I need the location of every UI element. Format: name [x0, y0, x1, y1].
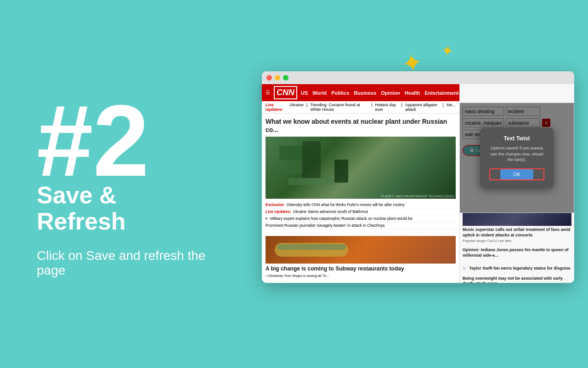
subway-image: [266, 236, 456, 264]
music-sub: Popular singer CoCo Lee dies: [463, 239, 571, 243]
step-number: #2: [37, 90, 230, 191]
cnn-main: ☰ CNN US World Politics Business Opinion…: [262, 84, 459, 283]
cnn-main-headline[interactable]: What we know about events at nuclear pla…: [266, 117, 456, 134]
modal-body: Options saved! If you wanna see the chan…: [489, 145, 544, 163]
modal-ok-button[interactable]: OK: [500, 169, 533, 179]
browser-dot-green[interactable]: [283, 75, 288, 80]
cnn-second-story: A big change is coming to Subway restaur…: [262, 233, 459, 281]
star-small-icon: ✦: [440, 43, 455, 59]
cnn-content: ☰ CNN US World Politics Business Opinion…: [262, 84, 574, 283]
indiana-text[interactable]: Opinion: Indiana Jones passes his mantle…: [463, 247, 571, 258]
cnn-nav: US World Politics Business Opinion Healt…: [301, 90, 459, 96]
live-updates-label: Live Updates:: [266, 103, 287, 112]
nav-us[interactable]: US: [301, 90, 308, 96]
overweight-text[interactable]: Being overweight may not be associated w…: [463, 276, 571, 283]
alligator-text: Apparent alligator attack: [405, 103, 440, 112]
sidebar-news-item-overweight: Being overweight may not be associated w…: [463, 276, 571, 283]
sub-headline-4-text[interactable]: Prominent Russian journalist 'savagely b…: [266, 223, 384, 228]
sub-headline-1: Exclusive: Zelensky tells CNN what he th…: [266, 201, 456, 208]
taylor-text[interactable]: Taylor Swift fan earns legendary status …: [469, 266, 570, 270]
separator: |: [306, 103, 307, 112]
ok-btn-wrapper: OK: [489, 168, 544, 180]
browser-dot-yellow[interactable]: [275, 75, 280, 80]
ukraine-text: Ukraine: [289, 103, 304, 112]
cnn-sub-headlines: Exclusive: Zelensky tells CNN what he th…: [266, 201, 456, 229]
step-title: Save & Refresh: [37, 182, 230, 235]
separator3: |: [401, 103, 402, 112]
sidebar-news-item-taylor: ⊙ Taylor Swift fan earns legendary statu…: [463, 263, 571, 271]
browser-window: ☰ CNN US World Politics Business Opinion…: [262, 71, 574, 283]
modal-overlay: Text Twist Options saved! If you wanna s…: [460, 103, 574, 213]
music-headline[interactable]: Music superstar calls out unfair treatme…: [463, 227, 571, 238]
cnn-breaking-bar: Live Updates: Ukraine | Trending: Cocain…: [262, 101, 459, 114]
trending-text: Trending: Cocaine found at White House: [310, 103, 368, 112]
second-story-headline[interactable]: A big change is coming to Subway restaur…: [266, 265, 456, 272]
browser-titlebar: [262, 71, 574, 84]
nav-politics[interactable]: Politics: [331, 90, 349, 96]
modal-title: Text Twist: [489, 135, 544, 142]
cnn-sidebar: × ×: [459, 84, 574, 283]
second-story-sub-text: Christmas Tree Shops is closing all 70..…: [268, 274, 329, 278]
instruction-text: Click on Save and refresh the page: [37, 248, 230, 278]
play-icon: ▶: [266, 216, 268, 220]
text-twist-panel: × ×: [459, 103, 574, 213]
modal-box: Text Twist Options saved! If you wanna s…: [480, 128, 554, 188]
left-panel: #2 Save & Refresh Click on Save and refr…: [37, 0, 230, 368]
hamburger-icon[interactable]: ☰: [266, 90, 270, 96]
sidebar-news-item-indiana: Opinion: Indiana Jones passes his mantle…: [463, 247, 571, 258]
nav-entertainment[interactable]: Entertainment: [424, 90, 458, 96]
circle-icon: ⊙: [463, 266, 466, 270]
browser-dot-red[interactable]: [266, 75, 272, 80]
sub-headline-1-text[interactable]: Zelensky tells CNN what he thinks Putin'…: [287, 202, 405, 207]
live-label-2: Live Updates:: [266, 209, 291, 214]
sub-headline-2: Live Updates: Ukraine claims advances so…: [266, 208, 456, 215]
second-story-sub: • Christmas Tree Shops is closing all 70…: [266, 274, 456, 278]
cnn-article-area: What we know about events at nuclear pla…: [262, 114, 459, 233]
more-text: Me...: [447, 103, 456, 112]
separator4: |: [443, 103, 444, 112]
cnn-aerial-image: PLANET LABS PBC/AP/MAXAR TECHNOLOGIES: [266, 137, 456, 199]
cnn-logo: CNN: [274, 86, 297, 99]
sub-headline-2-text[interactable]: Ukraine claims advances south of Bakhmut: [293, 209, 368, 214]
nav-world[interactable]: World: [312, 90, 327, 96]
sub-headline-3-text[interactable]: Military expert explains how catastrophi…: [270, 216, 413, 221]
hottest-text: Hottest day ever: [375, 103, 398, 112]
nav-opinion[interactable]: Opinion: [381, 90, 400, 96]
nav-health[interactable]: Health: [405, 90, 420, 96]
separator2: |: [371, 103, 372, 112]
exclusive-label: Exclusive:: [266, 202, 285, 207]
image-caption: PLANET LABS PBC/AP/MAXAR TECHNOLOGIES: [381, 195, 454, 198]
nav-business[interactable]: Business: [354, 90, 376, 96]
sub-headline-4: Prominent Russian journalist 'savagely b…: [266, 222, 456, 229]
sub-headline-3: ▶ Military expert explains how catastrop…: [266, 215, 456, 222]
cnn-header: ☰ CNN US World Politics Business Opinion…: [262, 84, 459, 101]
